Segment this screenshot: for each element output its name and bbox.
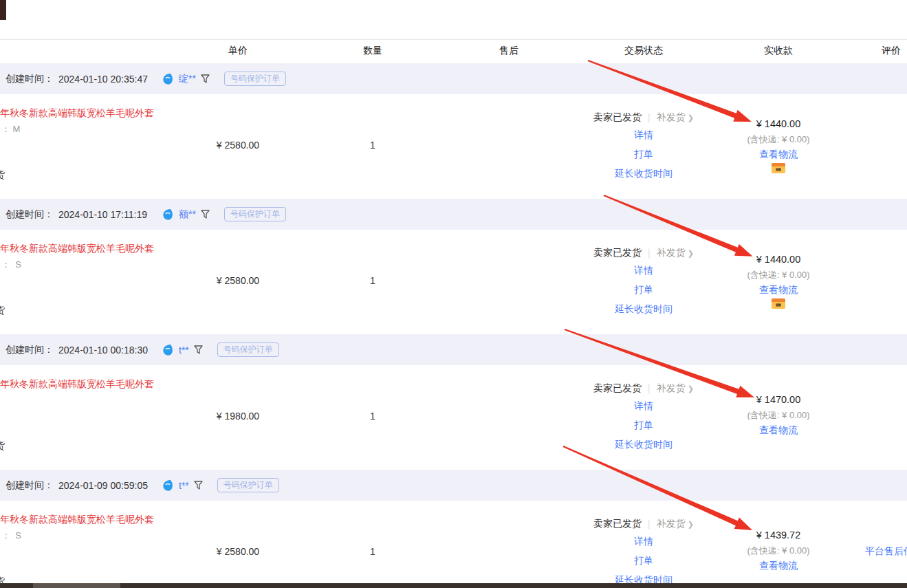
created-time-label: 创建时间： xyxy=(6,208,54,221)
order-meta-bar: 创建时间： 2024-01-10 00:18:30 t** 号码保护订单 xyxy=(0,334,907,365)
print-order-link[interactable]: 打单 xyxy=(634,555,653,567)
buyer-name-link[interactable]: t** xyxy=(179,480,189,491)
detail-link[interactable]: 详情 xyxy=(634,265,653,277)
chevron-right-icon: ❯ xyxy=(688,249,694,257)
status-divider: ｜ xyxy=(644,382,654,393)
created-time: 创建时间： 2024-01-10 20:35:47 xyxy=(6,63,148,94)
created-time-label: 创建时间： xyxy=(6,344,54,356)
reship-link[interactable]: 补发货 xyxy=(657,111,686,122)
product-title-link[interactable]: 年秋冬新款高端韩版宽松羊毛呢外套 xyxy=(0,107,154,120)
order-list-page: 单价 数量 售后 交易状态 实收款 评价 创建时间： 2024-01-10 20… xyxy=(0,0,907,588)
view-logistics-link[interactable]: 查看物流 xyxy=(759,284,798,296)
trade-status-line: 卖家已发货｜补发货❯ xyxy=(593,382,694,395)
extend-receipt-time-link[interactable]: 延长收货时间 xyxy=(615,439,673,451)
wangwang-icon[interactable] xyxy=(162,73,174,85)
buyer-name-link[interactable]: t** xyxy=(179,345,189,356)
chevron-right-icon: ❯ xyxy=(688,113,694,122)
product-title-link[interactable]: 年秋冬新款高端韩版宽松羊毛呢外套 xyxy=(0,378,154,391)
created-time-value: 2024-01-10 17:11:19 xyxy=(58,209,147,220)
wangwang-icon[interactable] xyxy=(162,479,174,492)
buyer-cluster: t** 号码保护订单 xyxy=(162,334,279,365)
received-amount: ¥ 1439.72 xyxy=(756,530,801,541)
view-logistics-link[interactable]: 查看物流 xyxy=(759,149,798,161)
detail-link[interactable]: 详情 xyxy=(634,536,653,548)
unit-price-cell: ¥ 2580.00 xyxy=(217,546,259,557)
product-sku-size: ： S xyxy=(1,530,21,542)
trade-status-line: 卖家已发货｜补发货❯ xyxy=(593,518,694,530)
print-order-link[interactable]: 打单 xyxy=(634,284,653,296)
buyer-name-link[interactable]: 额** xyxy=(179,208,196,221)
column-header-received: 实收款 xyxy=(764,45,793,57)
extend-receipt-time-link[interactable]: 延长收货时间 xyxy=(615,303,673,316)
extend-receipt-time-link[interactable]: 延长收货时间 xyxy=(615,168,673,180)
horizontal-scrollbar-track[interactable] xyxy=(0,583,907,588)
product-title-link[interactable]: 年秋冬新款高端韩版宽松羊毛呢外套 xyxy=(0,243,154,255)
quantity-cell: 1 xyxy=(370,140,375,151)
number-protection-badge: 号码保护订单 xyxy=(224,207,286,221)
filter-icon[interactable] xyxy=(201,210,210,219)
quantity-cell: 1 xyxy=(370,411,375,422)
trade-status-line: 卖家已发货｜补发货❯ xyxy=(593,111,694,124)
left-truncated-text: 货 xyxy=(0,305,5,317)
order-meta-bar: 创建时间： 2024-01-10 20:35:47 绽** 号码保护订单 xyxy=(0,63,907,94)
print-order-link[interactable]: 打单 xyxy=(634,420,653,432)
table-header: 单价 数量 售后 交易状态 实收款 评价 xyxy=(0,39,907,63)
order-group: 创建时间： 2024-01-10 20:35:47 绽** 号码保护订单 年秋冬… xyxy=(0,63,907,199)
product-title-link[interactable]: 年秋冬新款高端韩版宽松羊毛呢外套 xyxy=(0,514,154,526)
view-logistics-link[interactable]: 查看物流 xyxy=(759,560,798,572)
column-header-review: 评价 xyxy=(882,45,901,57)
shipping-fee-note: (含快递: ¥ 0.00) xyxy=(747,409,809,422)
reship-link[interactable]: 补发货 xyxy=(657,518,686,529)
filter-icon[interactable] xyxy=(194,481,203,490)
unit-price-cell: ¥ 2580.00 xyxy=(217,275,259,286)
received-amount: ¥ 1470.00 xyxy=(756,394,801,405)
detail-link[interactable]: 详情 xyxy=(634,129,653,142)
print-order-link[interactable]: 打单 xyxy=(634,149,653,161)
filter-icon[interactable] xyxy=(201,74,210,83)
created-time-value: 2024-01-10 20:35:47 xyxy=(58,74,148,85)
buyer-cluster: t** 号码保护订单 xyxy=(162,470,279,501)
reship-link[interactable]: 补发货 xyxy=(657,382,686,393)
status-divider: ｜ xyxy=(644,111,654,122)
left-truncated-text: 货 xyxy=(0,169,5,182)
reship-link[interactable]: 补发货 xyxy=(657,247,686,258)
shipping-fee-note: (含快递: ¥ 0.00) xyxy=(747,545,809,557)
order-meta-bar: 创建时间： 2024-01-09 00:59:05 t** 号码保护订单 xyxy=(0,470,907,501)
filter-icon[interactable] xyxy=(194,345,203,354)
left-truncated-text: 货 xyxy=(0,440,5,453)
column-header-unit-price: 单价 xyxy=(228,45,248,57)
wangwang-icon[interactable] xyxy=(162,208,174,221)
card-payment-icon[interactable] xyxy=(772,163,785,176)
card-payment-icon[interactable] xyxy=(772,298,785,312)
chevron-right-icon: ❯ xyxy=(688,520,694,528)
status-divider: ｜ xyxy=(644,518,654,529)
status-divider: ｜ xyxy=(644,247,654,258)
platform-aftersale-link[interactable]: 平台售后任 xyxy=(865,545,907,558)
created-time-value: 2024-01-09 00:59:05 xyxy=(58,480,148,491)
created-time: 创建时间： 2024-01-09 00:59:05 xyxy=(6,470,148,501)
wangwang-icon[interactable] xyxy=(162,344,174,356)
unit-price-cell: ¥ 1980.00 xyxy=(217,411,259,422)
quantity-cell: 1 xyxy=(370,275,375,286)
column-header-status: 交易状态 xyxy=(624,45,663,57)
created-time: 创建时间： 2024-01-10 00:18:30 xyxy=(6,334,148,365)
order-group: 创建时间： 2024-01-10 00:18:30 t** 号码保护订单 年秋冬… xyxy=(0,334,907,470)
order-group: 创建时间： 2024-01-10 17:11:19 额** 号码保护订单 年秋冬… xyxy=(0,199,907,334)
unit-price-cell: ¥ 2580.00 xyxy=(217,140,259,151)
order-meta-bar: 创建时间： 2024-01-10 17:11:19 额** 号码保护订单 xyxy=(0,199,907,230)
trade-status-line: 卖家已发货｜补发货❯ xyxy=(593,247,694,259)
horizontal-scrollbar-thumb[interactable] xyxy=(33,583,120,588)
status-shipped-text: 卖家已发货 xyxy=(593,111,642,122)
chevron-right-icon: ❯ xyxy=(688,384,694,393)
buyer-name-link[interactable]: 绽** xyxy=(179,73,196,85)
buyer-cluster: 额** 号码保护订单 xyxy=(162,199,286,230)
quantity-cell: 1 xyxy=(370,546,375,557)
detail-link[interactable]: 详情 xyxy=(634,400,653,413)
shipping-fee-note: (含快递: ¥ 0.00) xyxy=(747,269,809,281)
order-group: 创建时间： 2024-01-09 00:59:05 t** 号码保护订单 年秋冬… xyxy=(0,470,907,588)
created-time-label: 创建时间： xyxy=(6,479,54,492)
column-header-aftersale: 售后 xyxy=(499,45,518,57)
number-protection-badge: 号码保护订单 xyxy=(217,478,279,492)
view-logistics-link[interactable]: 查看物流 xyxy=(759,424,798,437)
shipping-fee-note: (含快递: ¥ 0.00) xyxy=(747,133,809,146)
